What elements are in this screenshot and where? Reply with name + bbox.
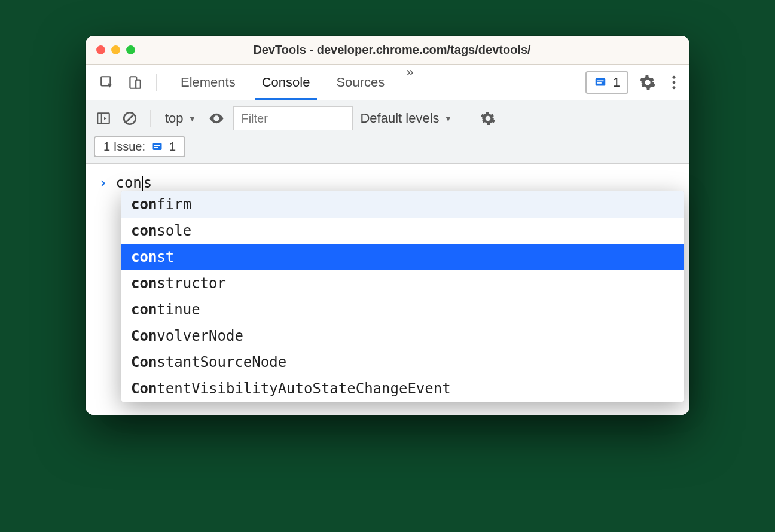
tab-label: Elements	[181, 75, 236, 90]
svg-rect-9	[97, 113, 109, 123]
autocomplete-item[interactable]: ConvolverNode	[121, 323, 684, 349]
more-tabs-button[interactable]: »	[398, 65, 419, 100]
issues-badge[interactable]: 1	[585, 71, 628, 94]
autocomplete-item[interactable]: console	[121, 218, 684, 244]
autocomplete-rest: structor	[157, 275, 226, 292]
prompt-chevron-icon: ›	[99, 175, 107, 191]
window-minimize-button[interactable]	[111, 45, 120, 54]
svg-point-11	[215, 117, 218, 120]
live-expression-icon[interactable]	[207, 109, 226, 128]
autocomplete-item[interactable]: constructor	[121, 270, 684, 296]
clear-console-icon[interactable]	[120, 109, 139, 128]
autocomplete-rest: tinue	[157, 301, 200, 318]
console-toolbar: top ▼ Default levels ▼ 1 Iss	[86, 100, 689, 164]
issues-count: 1	[613, 75, 620, 90]
console-body: › cons confirmconsoleconstconstructorcon…	[86, 164, 689, 415]
levels-label: Default levels	[360, 111, 439, 126]
autocomplete-rest: volverNode	[157, 328, 243, 344]
tab-label: Sources	[336, 75, 385, 90]
tab-console[interactable]: Console	[249, 65, 324, 100]
svg-rect-5	[597, 82, 601, 84]
svg-point-7	[673, 81, 676, 84]
autocomplete-item[interactable]: continue	[121, 296, 684, 323]
autocomplete-match: Con	[131, 328, 157, 344]
tabbar-divider	[156, 74, 157, 91]
autocomplete-match: con	[131, 301, 157, 318]
toolbar-divider	[463, 110, 463, 127]
console-settings-button[interactable]	[474, 111, 502, 126]
console-prompt-row[interactable]: › cons	[86, 172, 689, 194]
svg-rect-2	[136, 80, 141, 88]
svg-point-8	[673, 86, 676, 89]
svg-rect-3	[596, 78, 606, 85]
autocomplete-rest: tentVisibilityAutoStateChangeEvent	[157, 380, 450, 397]
panel-tabs: Elements Console Sources »	[167, 65, 419, 100]
console-sidebar-toggle-icon[interactable]	[94, 109, 113, 128]
svg-rect-14	[154, 147, 158, 148]
issues-pill[interactable]: 1 Issue: 1	[94, 136, 185, 157]
issues-icon	[151, 141, 163, 153]
svg-rect-13	[154, 145, 160, 146]
autocomplete-match: con	[131, 222, 157, 239]
svg-point-6	[673, 75, 676, 78]
tabbar-left-group	[97, 73, 160, 92]
window-maximize-button[interactable]	[126, 45, 135, 54]
context-label: top	[165, 111, 184, 126]
autocomplete-item[interactable]: ConstantSourceNode	[121, 349, 684, 375]
autocomplete-rest: sole	[157, 222, 191, 239]
chevron-down-icon: ▼	[188, 114, 197, 123]
svg-rect-4	[597, 80, 603, 81]
gear-icon	[480, 111, 496, 126]
kebab-icon	[672, 75, 676, 90]
toolbar-divider	[150, 110, 151, 127]
issues-pill-count: 1	[169, 140, 176, 154]
autocomplete-rest: firm	[157, 196, 191, 213]
main-tabbar: Elements Console Sources » 1	[86, 65, 689, 100]
window-close-button[interactable]	[96, 45, 105, 54]
chevron-down-icon: ▼	[444, 114, 453, 123]
tab-elements[interactable]: Elements	[167, 65, 249, 100]
tab-sources[interactable]: Sources	[323, 65, 398, 100]
text-cursor	[142, 176, 143, 191]
autocomplete-match: Con	[131, 380, 157, 397]
eye-icon	[208, 110, 225, 127]
autocomplete-popup: confirmconsoleconstconstructorcontinueCo…	[121, 191, 684, 402]
autocomplete-match: con	[131, 275, 157, 292]
settings-button[interactable]	[633, 74, 662, 91]
inspect-element-icon[interactable]	[97, 73, 117, 92]
console-input[interactable]: cons	[115, 175, 152, 191]
autocomplete-rest: stantSourceNode	[157, 354, 286, 371]
window-controls	[96, 45, 135, 54]
autocomplete-item[interactable]: confirm	[121, 191, 684, 218]
prompt-text-before: con	[115, 175, 141, 191]
autocomplete-match: con	[131, 249, 157, 265]
more-options-button[interactable]	[667, 75, 681, 90]
gear-icon	[639, 74, 656, 91]
window-title: DevTools - developer.chrome.com/tags/dev…	[147, 43, 637, 57]
context-selector[interactable]: top ▼	[161, 109, 200, 127]
device-toggle-icon[interactable]	[125, 73, 144, 92]
autocomplete-item[interactable]: ContentVisibilityAutoStateChangeEvent	[121, 375, 684, 402]
prompt-text-after: s	[144, 175, 152, 191]
autocomplete-rest: st	[157, 249, 174, 265]
filter-input[interactable]	[233, 106, 353, 130]
tab-label: Console	[262, 75, 310, 90]
window-titlebar: DevTools - developer.chrome.com/tags/dev…	[86, 36, 689, 65]
autocomplete-item[interactable]: const	[121, 244, 684, 270]
log-levels-selector[interactable]: Default levels ▼	[360, 111, 452, 126]
autocomplete-match: Con	[131, 354, 157, 371]
autocomplete-match: con	[131, 196, 157, 213]
issues-icon	[594, 76, 607, 89]
issues-pill-text: 1 Issue:	[103, 140, 145, 154]
devtools-window: DevTools - developer.chrome.com/tags/dev…	[86, 36, 689, 415]
svg-rect-12	[153, 143, 162, 150]
